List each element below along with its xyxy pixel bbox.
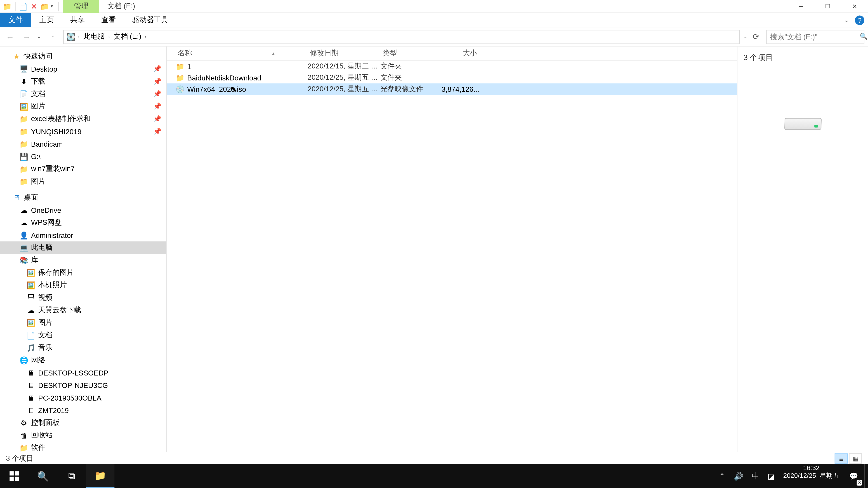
taskbar-explorer-button[interactable]: 📁: [86, 464, 115, 488]
search-input[interactable]: [770, 33, 860, 41]
svg-rect-0: [9, 471, 13, 475]
nav-item[interactable]: 📁Bandicam: [0, 138, 166, 150]
col-size[interactable]: 大小: [441, 48, 479, 59]
nav-recent-dropdown[interactable]: ⌄: [37, 34, 43, 39]
file-date: 2020/12/25, 星期五 1...: [308, 73, 380, 83]
nav-item[interactable]: ☁WPS网盘: [0, 216, 166, 229]
chevron-right-icon[interactable]: ›: [77, 34, 81, 39]
maximize-button[interactable]: ☐: [814, 0, 841, 13]
taskbar-search-button[interactable]: 🔍: [29, 464, 57, 488]
refresh-button[interactable]: ⟳: [749, 30, 763, 43]
nav-item[interactable]: 👤Administrator: [0, 229, 166, 241]
taskbar[interactable]: 🔍 ⧉ 📁 ⌃ 🔊 中 ◪ 16:32 2020/12/25, 星期五 💬 3: [0, 464, 868, 488]
contextual-tab-manage[interactable]: 管理: [63, 0, 99, 13]
nav-item-label: Bandicam: [31, 140, 63, 148]
ribbon-expand-icon[interactable]: ⌄: [844, 17, 849, 23]
app-icon[interactable]: 📁: [2, 2, 12, 11]
nav-item[interactable]: 🖥️Desktop📌: [0, 63, 166, 75]
nav-item[interactable]: ⚙控制面板: [0, 416, 166, 429]
desktop-icon: 🖥: [12, 193, 22, 202]
addr-history-dropdown[interactable]: ⌄: [743, 34, 749, 39]
close-button[interactable]: ✕: [841, 0, 868, 13]
search-icon[interactable]: 🔍: [860, 33, 868, 40]
nav-item[interactable]: 📚库: [0, 254, 166, 266]
ribbon-tab-drivetools[interactable]: 驱动器工具: [124, 13, 177, 27]
column-headers[interactable]: 名称 ▲ 修改日期 类型 大小: [167, 46, 737, 61]
nav-desktop-root[interactable]: 🖥 桌面: [0, 191, 166, 204]
qat-customize-dropdown[interactable]: ▾: [51, 4, 55, 9]
qat-properties-icon[interactable]: 📄: [19, 2, 28, 11]
chevron-right-icon[interactable]: ›: [107, 34, 111, 39]
col-type[interactable]: 类型: [380, 48, 441, 59]
nav-item[interactable]: 📁win7重装win7: [0, 163, 166, 175]
start-button[interactable]: [0, 464, 29, 488]
nav-item[interactable]: ☁OneDrive: [0, 204, 166, 216]
nav-network[interactable]: 🌐 网络: [0, 354, 166, 366]
nav-item[interactable]: ⬇下载📌: [0, 75, 166, 88]
col-date[interactable]: 修改日期: [308, 48, 380, 59]
nav-item[interactable]: 📁YUNQISHI2019📌: [0, 125, 166, 138]
file-row[interactable]: 📁BaiduNetdiskDownload2020/12/25, 星期五 1..…: [167, 72, 737, 84]
nav-item[interactable]: 🖼️保存的图片: [0, 266, 166, 279]
breadcrumb-segment[interactable]: 文档 (E:): [111, 32, 144, 42]
action-center-button[interactable]: 💬 3: [843, 464, 864, 488]
nav-item[interactable]: 🖼️本机照片: [0, 279, 166, 291]
ribbon-tab-home[interactable]: 主页: [31, 13, 62, 27]
nav-item[interactable]: 🖼️图片📌: [0, 100, 166, 112]
nav-item[interactable]: 📄文档📌: [0, 88, 166, 100]
nav-label: 网络: [31, 355, 45, 365]
nav-item[interactable]: 📁软件: [0, 442, 166, 452]
nav-item[interactable]: 🖥DESKTOP-NJEU3CG: [0, 379, 166, 391]
file-row[interactable]: 📁12020/12/15, 星期二 1...文件夹: [167, 61, 737, 72]
tray-app-icon[interactable]: ◪: [768, 471, 775, 481]
help-icon[interactable]: ?: [855, 15, 864, 25]
nav-item[interactable]: 📁excel表格制作求和📌: [0, 112, 166, 125]
taskbar-clock[interactable]: 16:32 2020/12/25, 星期五: [780, 464, 843, 488]
nav-item[interactable]: 📁图片: [0, 175, 166, 188]
nav-up-button[interactable]: ↑: [46, 30, 60, 43]
file-name: BaiduNetdiskDownload: [187, 74, 308, 82]
nav-item-icon: 🖥️: [19, 64, 29, 74]
network-icon: 🌐: [19, 355, 29, 365]
nav-quick-access[interactable]: ★ 快速访问: [0, 50, 166, 63]
ribbon-tab-share[interactable]: 共享: [62, 13, 93, 27]
search-box[interactable]: 🔍: [766, 30, 864, 44]
pin-icon: 📌: [153, 77, 162, 85]
view-icons-button[interactable]: ▦: [849, 453, 862, 463]
navigation-pane[interactable]: ★ 快速访问 🖥️Desktop📌⬇下载📌📄文档📌🖼️图片📌📁excel表格制作…: [0, 46, 167, 452]
col-name[interactable]: 名称 ▲: [175, 48, 307, 59]
show-desktop-button[interactable]: [864, 464, 868, 488]
ime-indicator[interactable]: 中: [752, 470, 759, 481]
ribbon-tab-view[interactable]: 查看: [93, 13, 124, 27]
nav-item[interactable]: 🖼️图片: [0, 316, 166, 329]
nav-item[interactable]: 🖥PC-20190530OBLA: [0, 392, 166, 404]
nav-forward-button[interactable]: →: [20, 30, 33, 43]
volume-icon[interactable]: 🔊: [734, 471, 743, 481]
nav-item-label: Desktop: [31, 65, 57, 73]
file-row[interactable]: 💿Win7x64_2020.iso2020/12/25, 星期五 1...光盘映…: [167, 84, 737, 95]
chevron-right-icon[interactable]: ›: [144, 34, 148, 39]
qat-newfolder-icon[interactable]: 📁: [40, 2, 50, 11]
nav-item[interactable]: 📄文档: [0, 329, 166, 341]
view-details-button[interactable]: ≣: [835, 453, 848, 463]
nav-back-button[interactable]: ←: [4, 30, 17, 43]
nav-item[interactable]: 🎵音乐: [0, 341, 166, 354]
file-list[interactable]: 名称 ▲ 修改日期 类型 大小 📁12020/12/15, 星期二 1...文件…: [167, 46, 737, 452]
nav-label: 桌面: [24, 193, 38, 203]
system-tray[interactable]: ⌃ 🔊 中 ◪: [714, 464, 780, 488]
ribbon-tab-file[interactable]: 文件: [0, 13, 31, 27]
nav-item[interactable]: 🎞视频: [0, 291, 166, 304]
breadcrumb[interactable]: 💽 › 此电脑 › 文档 (E:) ›: [63, 30, 740, 44]
nav-item[interactable]: 💾G:\: [0, 150, 166, 163]
qat-close-icon[interactable]: ✕: [29, 2, 39, 11]
nav-item-label: 回收站: [31, 430, 53, 440]
taskbar-taskview-button[interactable]: ⧉: [57, 464, 86, 488]
nav-item[interactable]: 🖥ZMT2019: [0, 404, 166, 416]
nav-item[interactable]: ☁天翼云盘下载: [0, 304, 166, 316]
minimize-button[interactable]: ─: [787, 0, 814, 13]
nav-item[interactable]: 🗑回收站: [0, 429, 166, 442]
nav-item[interactable]: 🖥DESKTOP-LSSOEDP: [0, 366, 166, 379]
nav-item[interactable]: 💻此电脑: [0, 241, 166, 254]
breadcrumb-segment[interactable]: 此电脑: [81, 32, 107, 42]
tray-overflow-icon[interactable]: ⌃: [719, 471, 725, 481]
